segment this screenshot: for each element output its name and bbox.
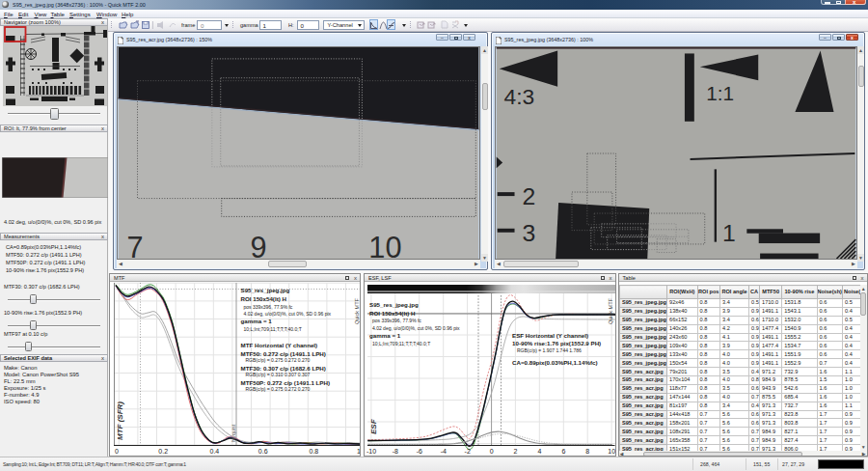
svg-text:4:3: 4:3 <box>504 83 535 108</box>
svg-text:7: 7 <box>127 231 144 260</box>
svg-text:1: 1 <box>357 448 360 455</box>
svg-text:1:1: 1:1 <box>706 81 734 103</box>
svg-text:0: 0 <box>115 448 119 455</box>
svg-text:Quick MTF: Quick MTF <box>608 297 613 324</box>
svg-text:Quick MTF: Quick MTF <box>354 297 360 324</box>
svg-text:8: 8 <box>585 448 589 455</box>
svg-text:3: 3 <box>522 219 535 245</box>
svg-text:0.8: 0.8 <box>310 448 319 455</box>
svg-text:9: 9 <box>250 231 266 260</box>
svg-text:-4: -4 <box>441 448 447 455</box>
svg-text:0.6: 0.6 <box>258 448 268 455</box>
svg-text:1: 1 <box>722 219 736 245</box>
svg-text:0.2: 0.2 <box>158 448 168 455</box>
svg-text:-8: -8 <box>393 448 398 455</box>
svg-text:-10: -10 <box>366 448 376 455</box>
svg-text:0.4: 0.4 <box>210 448 220 455</box>
svg-text:-6: -6 <box>417 448 422 455</box>
svg-text:10: 10 <box>608 448 614 455</box>
svg-text:2: 2 <box>514 448 518 455</box>
svg-text:10: 10 <box>368 231 401 260</box>
svg-text:0: 0 <box>490 448 494 455</box>
svg-text:Nyquist: Nyquist <box>231 424 236 442</box>
svg-text:6: 6 <box>561 448 565 455</box>
svg-text:2: 2 <box>522 182 535 208</box>
svg-text:-2: -2 <box>465 448 471 455</box>
svg-text:4: 4 <box>537 448 541 455</box>
svg-text:ESF: ESF <box>369 418 378 434</box>
svg-text:MTF (SFR): MTF (SFR) <box>116 401 124 439</box>
